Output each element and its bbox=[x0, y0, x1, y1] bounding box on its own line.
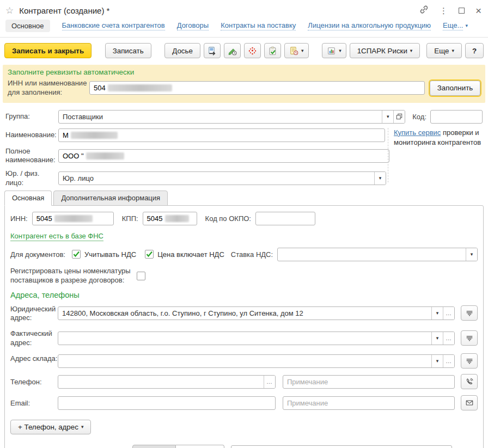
fill-button[interactable]: Заполнить bbox=[430, 81, 480, 96]
ellipsis-button[interactable]: … bbox=[443, 307, 454, 320]
dropdown-arrow-icon[interactable]: ▾ bbox=[374, 172, 386, 185]
title-bar: ☆ Контрагент (создание) * ⋮ × bbox=[0, 0, 488, 17]
fias-manual-button[interactable]: Вручную bbox=[132, 445, 176, 448]
fns-check-link[interactable]: Контрагент есть в базе ФНС bbox=[10, 232, 103, 241]
legal-address-label: Юридический адрес: bbox=[10, 304, 58, 323]
ellipsis-button[interactable]: … bbox=[264, 376, 275, 388]
chevron-down-icon: ▾ bbox=[81, 425, 84, 429]
group-select[interactable]: Поставщики ▾ bbox=[58, 110, 405, 124]
entity-type-label: Юр. / физ. лицо: bbox=[5, 169, 58, 187]
phone-label: Телефон: bbox=[10, 378, 58, 386]
redacted-text bbox=[165, 215, 189, 222]
close-window-icon[interactable]: × bbox=[475, 5, 481, 16]
call-button[interactable] bbox=[461, 374, 478, 389]
group-label: Группа: bbox=[5, 112, 58, 121]
more-actions-label: Еще bbox=[434, 47, 449, 55]
entity-type-select[interactable]: Юр. лицо ▾ bbox=[58, 171, 386, 185]
doc-clock-icon[interactable]: ▾ bbox=[284, 43, 309, 58]
name-value-prefix: М bbox=[63, 131, 69, 139]
dossier-button[interactable]: Досье bbox=[164, 43, 200, 58]
restore-window-icon[interactable] bbox=[459, 8, 465, 14]
fias-from-address-button[interactable]: Из адреса bbox=[176, 445, 224, 448]
name-input[interactable]: М bbox=[58, 128, 385, 142]
spark-dots-icon[interactable] bbox=[244, 43, 261, 58]
vat-rate-select[interactable]: ▾ bbox=[277, 248, 478, 261]
actual-address-input[interactable]: ▾ … bbox=[58, 332, 455, 345]
phone-note-input[interactable] bbox=[283, 375, 455, 389]
code-input[interactable] bbox=[430, 110, 483, 124]
address-comment-button[interactable] bbox=[461, 305, 478, 321]
save-button[interactable]: Записать bbox=[105, 43, 151, 58]
code-label: Код: bbox=[412, 113, 426, 121]
spark-risks-button[interactable]: 1СПАРК Риски ▾ bbox=[350, 43, 420, 58]
form-row: Телефон: … bbox=[10, 374, 478, 389]
redacted-text bbox=[54, 215, 93, 222]
page-title: Контрагент (создание) * bbox=[19, 6, 109, 15]
warehouse-address-input[interactable]: ▾ … bbox=[58, 354, 455, 368]
inn-input[interactable]: 5045 bbox=[32, 212, 114, 225]
email-input[interactable] bbox=[58, 396, 276, 410]
dropdown-arrow-icon[interactable]: ▾ bbox=[431, 355, 443, 367]
tab-main[interactable]: Основная bbox=[4, 191, 52, 206]
clipboard-check-icon[interactable] bbox=[264, 43, 281, 58]
name-label: Наименование: bbox=[5, 131, 58, 139]
inn-search-input[interactable]: 504 bbox=[89, 81, 425, 95]
legal-address-input[interactable]: 142800, Московская область, г.о. Ступино… bbox=[58, 306, 455, 320]
tab-additional-info[interactable]: Дополнительная информация bbox=[53, 191, 168, 206]
add-phone-address-label: + Телефон, адрес bbox=[18, 423, 78, 431]
address-comment-button[interactable] bbox=[461, 330, 478, 346]
register-prices-checkbox[interactable] bbox=[137, 272, 145, 280]
vat-rate-label: Ставка НДС: bbox=[231, 250, 273, 259]
get-link-icon[interactable] bbox=[419, 5, 429, 16]
addresses-section-title: Адреса, телефоны bbox=[10, 291, 478, 299]
nav-item-supply-contracts[interactable]: Контракты на поставку bbox=[221, 21, 296, 30]
form-row: Группа: Поставщики ▾ Код: bbox=[5, 110, 483, 124]
send-email-button[interactable] bbox=[461, 395, 478, 410]
redacted-text bbox=[108, 84, 172, 91]
nav-more-label: Еще... bbox=[443, 21, 463, 30]
price-includes-vat-checkbox[interactable] bbox=[145, 250, 154, 259]
doc-arrow-icon[interactable] bbox=[204, 43, 221, 58]
counterparty-window: ☆ Контрагент (создание) * ⋮ × Основное Б… bbox=[0, 0, 488, 448]
phone-value[interactable] bbox=[58, 376, 264, 388]
ellipsis-button[interactable]: … bbox=[443, 332, 454, 345]
open-item-icon[interactable] bbox=[393, 111, 405, 123]
more-actions-button[interactable]: Еще ▾ bbox=[426, 43, 462, 58]
kebab-menu-icon[interactable]: ⋮ bbox=[440, 7, 448, 15]
nav-more-menu[interactable]: Еще... ▾ bbox=[443, 21, 468, 30]
register-prices-label: Регистрировать цены номенклатуры поставщ… bbox=[10, 267, 135, 285]
add-phone-address-button[interactable]: + Телефон, адрес ▾ bbox=[10, 420, 91, 434]
address-comment-button[interactable] bbox=[461, 353, 478, 369]
dropdown-arrow-icon[interactable]: ▾ bbox=[431, 332, 443, 345]
email-icon bbox=[465, 398, 474, 407]
chevron-down-icon: ▾ bbox=[339, 48, 341, 53]
dropdown-arrow-icon[interactable]: ▾ bbox=[466, 248, 477, 261]
phone-input[interactable]: … bbox=[58, 375, 276, 389]
email-note-input[interactable] bbox=[283, 396, 455, 410]
kpp-value-prefix: 5045 bbox=[147, 214, 163, 223]
full-name-input[interactable]: ООО " bbox=[58, 149, 389, 163]
form-row: Идентификатор ФИАС: Вручную Из адреса bbox=[10, 445, 478, 448]
nav-item-contracts[interactable]: Договоры bbox=[177, 21, 209, 30]
vat-checkbox[interactable] bbox=[72, 250, 81, 259]
tab-strip: Основная Дополнительная информация bbox=[4, 191, 484, 206]
ellipsis-button[interactable]: … bbox=[443, 355, 454, 367]
spark-risks-label: 1СПАРК Риски bbox=[357, 47, 407, 55]
kpp-label: КПП: bbox=[122, 214, 138, 223]
report-chart-icon[interactable]: ▾ bbox=[322, 43, 346, 58]
okpo-input[interactable] bbox=[255, 212, 315, 225]
dropdown-arrow-icon[interactable]: ▾ bbox=[431, 307, 443, 320]
dropdown-arrow-icon[interactable]: ▾ bbox=[382, 111, 393, 123]
nav-item-main[interactable]: Основное bbox=[5, 20, 50, 32]
kpp-input[interactable]: 5045 bbox=[143, 212, 197, 225]
nav-item-alcohol-licenses[interactable]: Лицензии на алкогольную продукцию bbox=[308, 21, 431, 30]
save-and-close-button[interactable]: Записать и закрыть bbox=[4, 43, 91, 58]
fias-input[interactable] bbox=[231, 445, 452, 448]
actual-address-label: Фактический адрес: bbox=[10, 328, 58, 348]
help-button[interactable]: ? bbox=[465, 43, 484, 58]
favorite-star-icon[interactable]: ☆ bbox=[5, 6, 14, 15]
nav-item-bank-accounts[interactable]: Банковские счета контрагентов bbox=[62, 21, 165, 30]
fias-mode-toggle: Вручную Из адреса bbox=[132, 445, 224, 448]
edit-history-icon[interactable] bbox=[224, 43, 241, 58]
buy-service-link[interactable]: Купить сервис bbox=[394, 128, 441, 137]
